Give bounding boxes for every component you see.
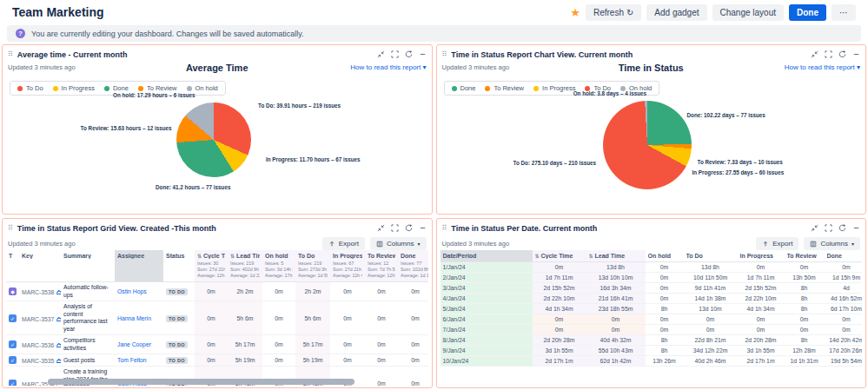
time-value: 13h 50m — [785, 273, 825, 283]
time-value: 4d — [825, 283, 863, 294]
date-cell: 7/Jan/24 — [441, 325, 533, 335]
done-button[interactable]: Done — [789, 4, 826, 21]
column-header-done[interactable]: DoneIssues: 77Sum: 102d 8h 1mAverage: 1d… — [398, 250, 428, 282]
refresh-gadget-icon[interactable] — [838, 224, 846, 232]
drag-handle-icon[interactable]: ⠿ — [442, 224, 447, 232]
minimize-icon[interactable] — [852, 224, 860, 232]
pie-label-done: Done: 41.2 hours – 77 issues — [156, 184, 230, 190]
issue-chart-icon[interactable] — [56, 358, 61, 364]
collapse-icon[interactable] — [377, 224, 385, 232]
column-header-cycle-time[interactable]: ⇅Cycle Time — [533, 250, 586, 262]
export-button[interactable]: Export — [322, 237, 365, 250]
column-header-on-hold[interactable]: On hold — [646, 250, 684, 262]
issues-table: TKeySummaryAssigneeStatus⇅Cycle TimeIssu… — [6, 250, 428, 386]
collapse-icon[interactable] — [377, 50, 385, 58]
average-time-pie-chart[interactable] — [176, 102, 251, 177]
legend-item[interactable]: To Do — [17, 84, 43, 92]
drag-handle-icon[interactable]: ⠿ — [8, 224, 13, 232]
column-header-lead-time[interactable]: ⇅Lead Time — [586, 250, 646, 262]
more-button[interactable]: ⋯ — [832, 4, 856, 21]
assignee-link[interactable]: Ostin Hops — [117, 288, 147, 294]
legend-item[interactable]: In Progress — [53, 84, 95, 92]
time-value: 8h — [785, 335, 825, 346]
horizontal-scrollbar[interactable] — [48, 379, 354, 385]
sort-icon[interactable]: ⇅ — [535, 253, 540, 259]
add-gadget-button[interactable]: Add gadget — [646, 4, 706, 21]
refresh-gadget-icon[interactable] — [405, 50, 413, 58]
time-value: 5h 6m — [295, 301, 330, 335]
minimize-icon[interactable] — [852, 50, 860, 58]
column-header-on-hold[interactable]: On holdIssues: 5Sum: 3d 14h 27mAverage: … — [262, 250, 295, 282]
drag-handle-icon[interactable]: ⠿ — [8, 50, 13, 58]
date-cell: 4/Jan/24 — [441, 294, 533, 304]
refresh-button[interactable]: Refresh↻ — [586, 4, 641, 21]
issue-chart-icon[interactable] — [56, 289, 61, 295]
issue-chart-icon[interactable] — [56, 316, 61, 322]
fullscreen-icon[interactable] — [391, 224, 399, 232]
drag-handle-icon[interactable]: ⠿ — [442, 50, 447, 58]
time-value: 4d 1h 34m — [738, 304, 785, 314]
collapse-icon[interactable] — [811, 224, 818, 232]
time-value: 40d 2h 46m — [684, 356, 738, 367]
assignee-link[interactable]: Jane Cooper — [117, 341, 151, 347]
fullscreen-icon[interactable] — [391, 50, 399, 58]
column-header-lead-time[interactable]: ⇅Lead TimeIssues: 219Sum: 402d 9h 27mAve… — [228, 250, 262, 282]
column-header-to-do[interactable]: To DoIssues: 219Sum: 273d 3h 4mAverage: … — [295, 250, 330, 282]
legend-item[interactable]: Done — [104, 84, 129, 92]
issue-summary[interactable]: Automatic follow-ups — [61, 282, 115, 301]
minimize-icon[interactable] — [419, 50, 427, 58]
issue-key[interactable]: MARC-3538 — [22, 289, 54, 295]
issue-summary[interactable]: Analysis of content performance last yea… — [61, 301, 115, 335]
time-value: 5h 19m — [295, 354, 330, 367]
legend-item[interactable]: To Review — [485, 84, 524, 92]
export-button[interactable]: Export — [756, 237, 798, 250]
issue-chart-icon[interactable] — [56, 342, 61, 348]
updated-text: Updated 3 minutes ago — [442, 240, 510, 248]
minimize-icon[interactable] — [419, 224, 427, 232]
column-header-in-progress[interactable]: In Progress — [738, 250, 785, 262]
column-header-done[interactable]: Done — [825, 250, 863, 262]
column-header-key[interactable]: Key — [19, 250, 61, 282]
time-value: 21d 16h 41m — [586, 294, 646, 304]
legend-item[interactable]: To Review — [138, 84, 177, 92]
legend-item[interactable]: Done — [452, 84, 476, 92]
time-value: 0m — [262, 354, 295, 367]
column-header-to-review[interactable]: To Review — [785, 250, 825, 262]
date-cell: 8/Jan/24 — [441, 335, 533, 346]
issue-key[interactable]: MARC-3535 — [22, 358, 54, 364]
time-value: 0m — [684, 325, 738, 335]
time-in-status-pie-chart[interactable] — [603, 101, 692, 189]
column-header-summary[interactable]: Summary — [61, 250, 115, 282]
column-header-assignee[interactable]: Assignee — [115, 250, 163, 282]
columns-button[interactable]: Columns▾ — [804, 237, 860, 250]
date-row: 8/Jan/242d 20h 28m40d 4h 32m8h22d 8h 21m… — [441, 335, 863, 346]
legend-item[interactable]: In Progress — [533, 84, 575, 92]
collapse-icon[interactable] — [811, 50, 818, 58]
change-layout-button[interactable]: Change layout — [712, 4, 785, 21]
fullscreen-icon[interactable] — [825, 224, 832, 232]
time-value: 16d 3h 34m — [586, 283, 646, 294]
sort-icon[interactable]: ⇅ — [197, 253, 202, 259]
refresh-gadget-icon[interactable] — [405, 224, 413, 232]
issue-key[interactable]: MARC-3536 — [22, 342, 54, 348]
column-header-to-review[interactable]: To ReviewIssues: 12Sum: 7d 7h 58mAverage… — [365, 250, 398, 282]
refresh-gadget-icon[interactable] — [838, 50, 846, 58]
column-header-to-do[interactable]: To Do — [684, 250, 738, 262]
sort-icon[interactable]: ⇅ — [589, 253, 593, 259]
sort-icon[interactable]: ⇅ — [230, 253, 235, 259]
favorite-star-icon[interactable]: ★ — [570, 7, 580, 18]
columns-button[interactable]: Columns▾ — [370, 237, 427, 250]
issue-key[interactable]: MARC-3537 — [22, 316, 54, 322]
gadget-grid-view: ⠿ Time in Status Report Grid View. Creat… — [2, 218, 433, 388]
column-header-t[interactable]: T — [6, 250, 19, 282]
assignee-link[interactable]: Tom Felton — [117, 357, 147, 363]
assignee-link[interactable]: Hanna Merin — [117, 315, 151, 321]
column-header-date-period[interactable]: Date/Period — [441, 250, 533, 262]
column-header-status[interactable]: Status — [163, 250, 195, 282]
column-header-cycle-time[interactable]: ⇅Cycle TimeIssues: 30Sum: 27d 21h 4mAver… — [195, 250, 228, 282]
legend-item[interactable]: On hold — [187, 84, 218, 92]
issue-summary[interactable]: Guest posts — [61, 354, 115, 367]
column-header-in-progress[interactable]: In ProgressIssues: 67Sum: 27d 21h 4mAver… — [330, 250, 365, 282]
issue-summary[interactable]: Competitors activities — [61, 335, 115, 354]
fullscreen-icon[interactable] — [825, 50, 832, 58]
